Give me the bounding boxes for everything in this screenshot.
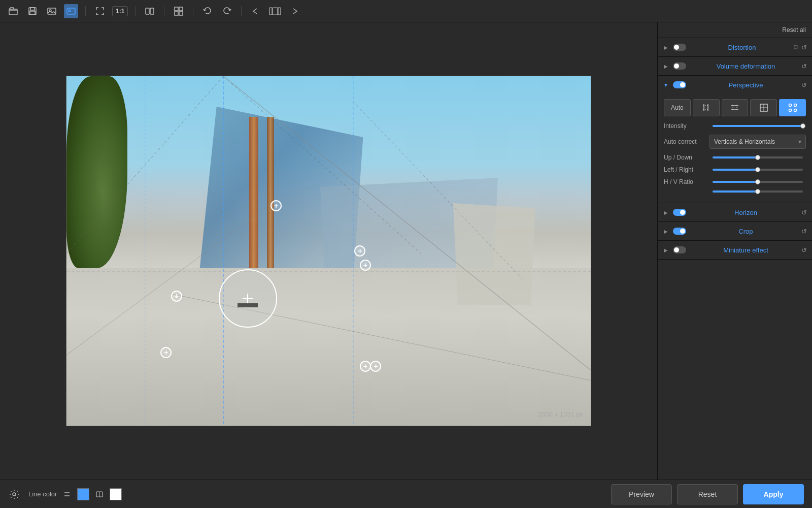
- distortion-enable-toggle[interactable]: [673, 44, 686, 51]
- perspective-enable-toggle[interactable]: [673, 81, 686, 88]
- auto-correct-row: Auto correct Verticals & Horizontals ▾: [664, 135, 806, 149]
- mode-horizontals-button[interactable]: [722, 99, 749, 116]
- settings-icon[interactable]: [8, 488, 20, 500]
- extra-thumb: [755, 189, 760, 194]
- image-dimensions: 2000 x 1331 px: [538, 410, 583, 418]
- line-color-picker-icon: [62, 489, 72, 499]
- volume-enable-toggle[interactable]: [673, 62, 686, 70]
- perspective-actions: ↺: [801, 81, 807, 89]
- undo-icon[interactable]: [200, 4, 215, 18]
- mode-verticals-button[interactable]: [693, 99, 720, 116]
- horizon-reset-icon[interactable]: ↺: [801, 209, 807, 216]
- svg-point-7: [69, 10, 71, 12]
- left-right-slider[interactable]: [713, 169, 803, 171]
- horizon-actions: ↺: [801, 209, 807, 216]
- distortion-copy-icon[interactable]: ⧉: [794, 43, 798, 51]
- crop-toggle-icon: ▶: [663, 228, 669, 234]
- auto-correct-select[interactable]: Verticals & Horizontals ▾: [709, 135, 806, 149]
- apply-button[interactable]: Apply: [743, 484, 804, 504]
- separator-3: [164, 6, 164, 16]
- control-point-5[interactable]: [160, 347, 172, 358]
- mode-auto-button[interactable]: Auto: [664, 99, 691, 116]
- perspective-modes: Auto: [664, 99, 806, 116]
- open-folder-icon[interactable]: [6, 4, 20, 18]
- crosshair-h: [243, 298, 253, 299]
- main-content: 2000 x 1331 px Reset all ▶ Distortion ⧉ …: [0, 22, 812, 480]
- svg-point-40: [789, 109, 791, 112]
- horizon-enable-toggle[interactable]: [673, 209, 686, 216]
- bottom-actions: Preview Reset Apply: [611, 484, 804, 504]
- top-toolbar: 1:1: [0, 0, 812, 22]
- intensity-slider[interactable]: [713, 125, 803, 127]
- volume-toggle-icon: ▶: [663, 63, 669, 69]
- filmstrip-icon[interactable]: [268, 4, 282, 18]
- redo-icon[interactable]: [220, 4, 234, 18]
- svg-rect-8: [146, 8, 149, 14]
- canvas-area[interactable]: 2000 x 1331 px: [0, 22, 657, 480]
- control-point-1[interactable]: [270, 200, 282, 211]
- intensity-thumb: [800, 123, 805, 129]
- reset-button[interactable]: Reset: [677, 484, 738, 504]
- separator-2: [135, 6, 136, 16]
- hv-ratio-slider[interactable]: [713, 181, 803, 183]
- line-color-label: Line color: [28, 490, 57, 498]
- control-point-3[interactable]: [360, 260, 371, 271]
- hv-ratio-row: H / V Ratio: [664, 178, 806, 185]
- extra-slider-row: [664, 190, 806, 193]
- distortion-title: Distortion: [690, 44, 794, 51]
- miniature-actions: ↺: [801, 246, 807, 254]
- svg-rect-16: [278, 8, 281, 15]
- grid-icon[interactable]: [172, 4, 186, 18]
- section-miniature-header[interactable]: ▶ Miniature effect ↺: [658, 241, 812, 259]
- extra-slider[interactable]: [713, 190, 803, 193]
- up-down-row: Up / Down: [664, 154, 806, 161]
- horizon-title: Horizon: [690, 209, 801, 216]
- distortion-reset-icon[interactable]: ↺: [801, 44, 807, 51]
- auto-correct-label: Auto correct: [664, 138, 709, 145]
- section-perspective-header[interactable]: ▼ Perspective ↺: [658, 76, 812, 94]
- section-crop-header[interactable]: ▶ Crop ↺: [658, 222, 812, 240]
- volume-title: Volume deformation: [690, 62, 801, 70]
- chevron-down-icon: ▾: [798, 138, 801, 145]
- line-color-section: Line color: [28, 488, 122, 500]
- compare-icon[interactable]: [143, 4, 157, 18]
- tree-left: [66, 76, 127, 268]
- separator-4: [193, 6, 193, 16]
- intensity-label: Intensity: [664, 122, 709, 130]
- image-view-icon[interactable]: [64, 4, 78, 18]
- horizon-toggle-icon: ▶: [663, 209, 669, 215]
- left-right-fill: [713, 169, 758, 171]
- control-point-4[interactable]: [171, 291, 182, 302]
- line-color-white-swatch[interactable]: [110, 488, 122, 500]
- photo-icon[interactable]: [45, 4, 59, 18]
- miniature-reset-icon[interactable]: ↺: [801, 246, 807, 254]
- crop-reset-icon[interactable]: ↺: [801, 228, 807, 235]
- separator-1: [85, 6, 86, 16]
- section-distortion-header[interactable]: ▶ Distortion ⧉ ↺: [658, 38, 812, 56]
- left-right-label: Left / Right: [664, 166, 709, 173]
- prev-image-icon[interactable]: [249, 4, 263, 18]
- section-volume-header[interactable]: ▶ Volume deformation ↺: [658, 57, 812, 75]
- mode-both-button[interactable]: [750, 99, 777, 116]
- crop-enable-toggle[interactable]: [673, 228, 686, 235]
- svg-point-39: [794, 104, 796, 107]
- panel-header: Reset all: [658, 22, 812, 38]
- section-horizon-header[interactable]: ▶ Horizon ↺: [658, 203, 812, 221]
- next-image-icon[interactable]: [287, 4, 301, 18]
- line-color-blue-swatch[interactable]: [77, 488, 89, 500]
- control-point-6[interactable]: [360, 361, 371, 372]
- control-point-2[interactable]: [354, 245, 365, 257]
- volume-reset-icon[interactable]: ↺: [801, 62, 807, 70]
- distortion-actions: ⧉ ↺: [794, 43, 807, 51]
- control-point-7[interactable]: [370, 361, 381, 372]
- fit-icon[interactable]: [93, 4, 107, 18]
- preview-button[interactable]: Preview: [611, 484, 672, 504]
- perspective-reset-icon[interactable]: ↺: [801, 81, 807, 89]
- image-canvas[interactable]: 2000 x 1331 px: [66, 76, 591, 426]
- miniature-enable-toggle[interactable]: [673, 246, 686, 253]
- up-down-slider[interactable]: [713, 156, 803, 158]
- distortion-toggle-icon: ▶: [663, 44, 669, 50]
- save-icon[interactable]: [25, 4, 40, 18]
- mode-manual-button[interactable]: [779, 99, 806, 116]
- reset-all-button[interactable]: Reset all: [782, 26, 806, 34]
